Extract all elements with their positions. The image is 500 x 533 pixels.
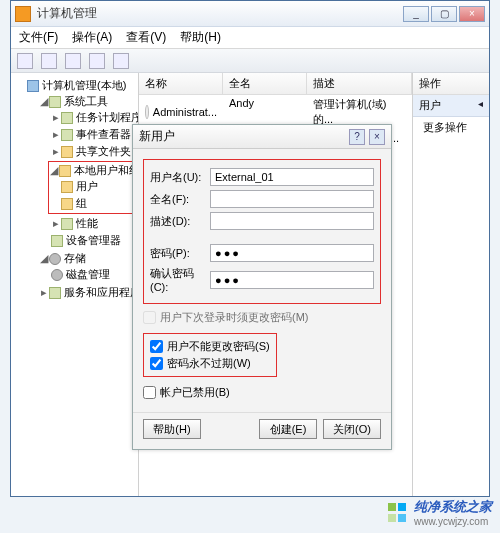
create-button[interactable]: 创建(E) <box>259 419 317 439</box>
menu-view[interactable]: 查看(V) <box>126 29 166 46</box>
close-button[interactable]: × <box>459 6 485 22</box>
event-icon <box>61 129 73 141</box>
tree-devmgr[interactable]: 设备管理器 <box>66 234 121 246</box>
dialog-titlebar[interactable]: 新用户 ? × <box>133 125 391 149</box>
help-button[interactable]: 帮助(H) <box>143 419 201 439</box>
username-input[interactable] <box>210 168 374 186</box>
dialog-title: 新用户 <box>139 128 175 145</box>
wrench-icon <box>49 96 61 108</box>
field-highlight-box: 用户名(U): 全名(F): 描述(D): 密码(P): 确认密码(C): <box>143 159 381 304</box>
nav-tree[interactable]: 计算机管理(本地) ◢系统工具 ▸任务计划程序 ▸事件查看器 ▸共享文件夹 ◢本… <box>11 73 139 496</box>
tree-diskmgr[interactable]: 磁盘管理 <box>66 268 110 280</box>
new-user-dialog: 新用户 ? × 用户名(U): 全名(F): 描述(D): 密码(P): 确认密… <box>132 124 392 450</box>
perf-icon <box>61 218 73 230</box>
dialog-close-icon[interactable]: × <box>369 129 385 145</box>
fullname-label: 全名(F): <box>150 192 210 207</box>
menu-action[interactable]: 操作(A) <box>72 29 112 46</box>
desc-label: 描述(D): <box>150 214 210 229</box>
close-dialog-button[interactable]: 关闭(O) <box>323 419 381 439</box>
services-icon <box>49 287 61 299</box>
username-label: 用户名(U): <box>150 170 210 185</box>
desc-input[interactable] <box>210 212 374 230</box>
actions-head: 操作 <box>413 73 489 95</box>
computer-icon <box>27 80 39 92</box>
nav-back-icon[interactable] <box>17 53 33 69</box>
menubar: 文件(F) 操作(A) 查看(V) 帮助(H) <box>11 27 489 49</box>
folder-icon <box>61 198 73 210</box>
chk-disabled[interactable] <box>143 386 156 399</box>
folder-icon <box>61 181 73 193</box>
tree-perf[interactable]: 性能 <box>76 217 98 229</box>
fullname-input[interactable] <box>210 190 374 208</box>
maximize-button[interactable]: ▢ <box>431 6 457 22</box>
actions-section[interactable]: 用户 <box>413 95 489 117</box>
window-title: 计算机管理 <box>37 5 403 22</box>
watermark: 纯净系统之家 www.ycwjzy.com <box>388 498 492 527</box>
menu-file[interactable]: 文件(F) <box>19 29 58 46</box>
password-label: 密码(P): <box>150 246 210 261</box>
checkbox-highlight-box: 用户不能更改密码(S) 密码永不过期(W) <box>143 333 277 377</box>
password-input[interactable] <box>210 244 374 262</box>
confirm-input[interactable] <box>210 271 374 289</box>
tree-task[interactable]: 任务计划程序 <box>76 111 139 123</box>
chk-neverexpire[interactable] <box>150 357 163 370</box>
refresh-icon[interactable] <box>89 53 105 69</box>
app-icon <box>15 6 31 22</box>
col-desc[interactable]: 描述 <box>307 73 412 94</box>
tree-shared[interactable]: 共享文件夹 <box>76 145 131 157</box>
users-folder-icon <box>59 165 71 177</box>
tree-users[interactable]: 用户 <box>76 180 98 192</box>
menu-help[interactable]: 帮助(H) <box>180 29 221 46</box>
storage-icon <box>49 253 61 265</box>
options-icon[interactable] <box>65 53 81 69</box>
dialog-help-icon[interactable]: ? <box>349 129 365 145</box>
chk-cannotchange[interactable] <box>150 340 163 353</box>
watermark-logo-icon <box>388 503 408 523</box>
watermark-text: 纯净系统之家 <box>414 499 492 514</box>
list-header: 名称 全名 描述 <box>139 73 412 95</box>
col-name[interactable]: 名称 <box>139 73 223 94</box>
tree-tools[interactable]: 系统工具 <box>64 95 108 107</box>
chk-mustchange <box>143 311 156 324</box>
folder-icon <box>61 146 73 158</box>
tree-groups[interactable]: 组 <box>76 197 87 209</box>
tree-root[interactable]: 计算机管理(本地) <box>42 79 126 91</box>
device-icon <box>51 235 63 247</box>
toolbar <box>11 49 489 73</box>
nav-forward-icon[interactable] <box>41 53 57 69</box>
clock-icon <box>61 112 73 124</box>
tree-event[interactable]: 事件查看器 <box>76 128 131 140</box>
actions-pane: 操作 用户 更多操作 <box>413 73 489 496</box>
disk-icon <box>51 269 63 281</box>
tree-storage[interactable]: 存储 <box>64 252 86 264</box>
help-icon[interactable] <box>113 53 129 69</box>
actions-more[interactable]: 更多操作 <box>413 117 489 138</box>
col-full[interactable]: 全名 <box>223 73 307 94</box>
confirm-label: 确认密码(C): <box>150 266 210 293</box>
titlebar[interactable]: 计算机管理 _ ▢ × <box>11 1 489 27</box>
watermark-url: www.ycwjzy.com <box>414 516 492 527</box>
tree-services[interactable]: 服务和应用程序 <box>64 286 139 298</box>
minimize-button[interactable]: _ <box>403 6 429 22</box>
tree-usersgroups[interactable]: 本地用户和组 <box>74 164 139 176</box>
user-icon <box>145 105 149 119</box>
